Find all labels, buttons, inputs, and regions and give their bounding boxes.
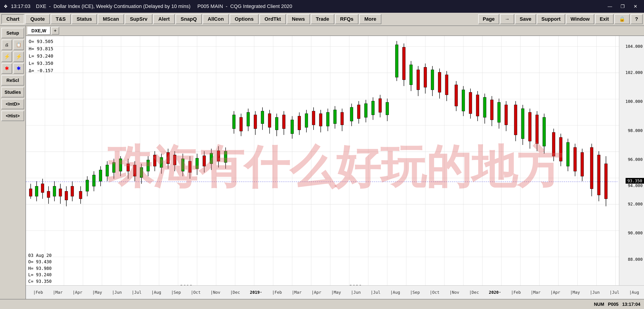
price-102: 102.000 <box>625 70 643 75</box>
menu-ordtkt[interactable]: OrdTkt <box>260 14 286 24</box>
svg-rect-141 <box>364 104 368 117</box>
svg-rect-113 <box>261 111 264 124</box>
svg-rect-115 <box>268 114 271 127</box>
svg-rect-95 <box>196 158 198 169</box>
time-jul: |Jul <box>132 290 142 295</box>
star1-button[interactable]: ✱ <box>2 63 12 74</box>
time-mar3: |Mar <box>531 290 540 295</box>
svg-rect-179 <box>504 105 508 125</box>
hist-button[interactable]: <Hist> <box>1 111 24 121</box>
num-label: NUM <box>594 302 604 307</box>
menu-allcon[interactable]: AllCon <box>202 14 229 24</box>
title-time: 13:17:03 <box>11 4 30 9</box>
menu-chart[interactable]: Chart <box>1 14 24 24</box>
clipboard-button[interactable]: 📋 <box>14 40 24 50</box>
svg-rect-181 <box>514 105 517 135</box>
title-description: Dollar Index (ICE), Weekly Continuation … <box>54 4 190 9</box>
menu-snapq[interactable]: SnapQ <box>176 14 202 24</box>
svg-rect-49 <box>41 184 44 193</box>
save-button[interactable]: Save <box>515 14 536 24</box>
svg-rect-97 <box>203 156 206 166</box>
svg-rect-107 <box>240 117 243 131</box>
studies-button[interactable]: Studies <box>1 87 24 97</box>
window-button[interactable]: Window <box>566 14 594 24</box>
page-label: P005 <box>608 302 618 307</box>
page-button[interactable]: Page <box>478 14 499 24</box>
menu-alert[interactable]: Alert <box>153 14 175 24</box>
time-may3: |May <box>570 290 580 295</box>
price-94: 94.000 <box>628 183 643 188</box>
svg-rect-195 <box>566 142 570 166</box>
time-mar: |Mar <box>53 290 62 295</box>
intd-button[interactable]: <IntD> <box>1 99 24 109</box>
chart-canvas[interactable]: O= 93.505 H= 93.815 L= 93.240 L= 93.350 … <box>26 36 644 299</box>
ohlc-bottom: 03 Aug 20 O= 93.430 H= 93.980 L= 93.240 … <box>28 252 52 285</box>
menu-mscan[interactable]: MScan <box>98 14 124 24</box>
menu-rfqs[interactable]: RFQs <box>335 14 358 24</box>
menu-news[interactable]: News <box>287 14 310 24</box>
lock-button[interactable]: 🔒 <box>614 14 630 24</box>
svg-rect-105 <box>232 115 235 129</box>
sidebar-row-1: 🖨 📋 <box>2 40 24 50</box>
price-88: 88.000 <box>628 257 643 262</box>
title-appname: CQG Integrated Client 2020 <box>230 4 292 9</box>
price-axis: 104.000 102.000 100.000 98.000 96.000 94… <box>619 36 644 299</box>
svg-rect-79 <box>140 167 143 177</box>
svg-rect-175 <box>490 100 494 120</box>
svg-rect-119 <box>282 115 286 129</box>
add-tab-button[interactable]: + <box>52 27 59 35</box>
arrow-button[interactable]: → <box>500 14 514 24</box>
svg-rect-65 <box>92 175 96 186</box>
svg-rect-159 <box>431 70 434 90</box>
svg-rect-69 <box>106 165 109 176</box>
time-jun2: |Jun <box>351 290 361 295</box>
current-price-tag: 93.350 <box>626 178 644 184</box>
rescl-button[interactable]: ReScl <box>1 75 24 86</box>
help-button[interactable]: ? <box>630 14 643 24</box>
menu-trade[interactable]: Trade <box>311 14 334 24</box>
svg-rect-183 <box>522 109 524 139</box>
svg-rect-75 <box>127 164 130 171</box>
time-feb: |Feb <box>33 290 43 295</box>
sidebar-row-3: ✱ ✱ <box>2 63 24 74</box>
svg-rect-77 <box>134 165 136 176</box>
minimize-button[interactable]: — <box>605 2 615 11</box>
menu-supsrv[interactable]: SupSrv <box>125 14 152 24</box>
print-button[interactable]: 🖨 <box>2 40 12 50</box>
price-96: 96.000 <box>628 157 643 162</box>
time-dec2: |Dec <box>469 290 479 295</box>
svg-rect-187 <box>536 115 538 144</box>
star2-button[interactable]: ✱ <box>14 63 24 74</box>
svg-rect-117 <box>276 117 278 130</box>
svg-rect-197 <box>574 147 577 171</box>
menu-quote[interactable]: Quote <box>25 14 50 24</box>
svg-rect-145 <box>378 99 382 112</box>
svg-rect-101 <box>217 151 220 161</box>
chart-tab-bar: DXE,W + <box>26 26 644 36</box>
menu-status[interactable]: Status <box>72 14 97 24</box>
svg-rect-51 <box>47 191 50 198</box>
support-button[interactable]: Support <box>537 14 565 24</box>
chart-area[interactable]: DXE,W + O= 93.505 H= 93.815 L= 93.240 L=… <box>26 26 644 299</box>
svg-rect-135 <box>341 112 344 125</box>
signal2-button[interactable]: ⚡ <box>14 52 24 62</box>
svg-rect-155 <box>417 70 420 90</box>
signal1-button[interactable]: ⚡ <box>2 52 12 62</box>
ohlc-open: O= 93.430 <box>28 258 52 265</box>
svg-rect-103 <box>224 151 227 162</box>
svg-rect-139 <box>357 105 360 119</box>
svg-rect-83 <box>153 155 156 166</box>
svg-rect-67 <box>99 170 102 181</box>
svg-rect-165 <box>455 85 458 106</box>
svg-rect-153 <box>410 65 412 85</box>
setup-button[interactable]: Setup <box>1 28 24 38</box>
exit-button[interactable]: Exit <box>595 14 613 24</box>
chart-tab-dxe[interactable]: DXE,W <box>27 27 50 35</box>
time-feb2: |Feb <box>272 290 282 295</box>
menu-ts[interactable]: T&S <box>51 14 71 24</box>
restore-button[interactable]: ❐ <box>618 2 628 11</box>
close-button[interactable]: ✕ <box>630 2 640 11</box>
menu-options[interactable]: Options <box>230 14 258 24</box>
time-axis: |Feb |Mar |Apr |May |Jun |Jul |Aug |Sep … <box>26 285 644 299</box>
menu-more[interactable]: More <box>359 14 381 24</box>
